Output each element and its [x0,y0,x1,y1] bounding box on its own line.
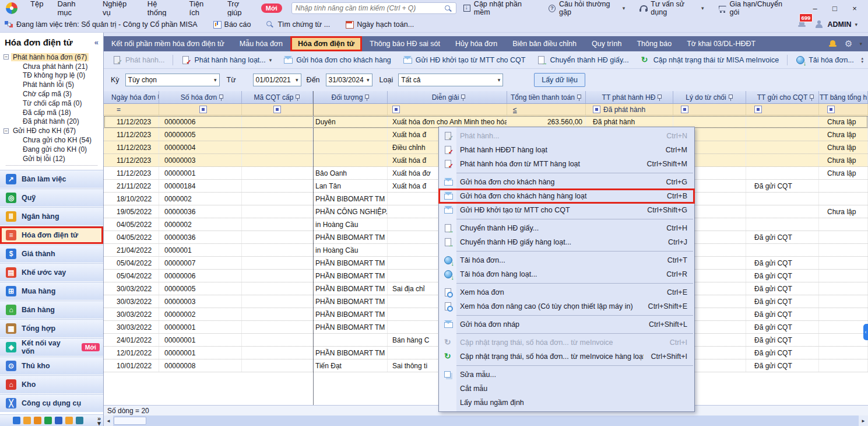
scrollbar-thumb[interactable] [114,417,146,425]
column-header-2[interactable]: Số hóa đơn [159,91,242,103]
topbar-item[interactable]: ?Câu hỏi thường gặp▾ [543,0,631,16]
filter-button-icon[interactable] [681,106,688,113]
scroll-left-icon[interactable]: ◄ [104,415,113,426]
column-header-9[interactable]: TT gửi cho CQT [746,91,819,103]
sidebar-item-chưa-phát-hành--21-[interactable]: Chưa phát hành (21) [3,62,103,71]
context-menu-item-xem-h-a-n[interactable]: Xem hóa đơnCtrl+E [439,285,694,299]
topbar-item[interactable]: Tư vấn sử dụng▾ [633,0,709,16]
to-date-picker[interactable]: 31/03/2024 ▾ [326,74,372,86]
toolbar-button-c-p-nh-t-tr-ng-th-i-t-misa-meinvoice[interactable]: Cập nhật trạng thái từ MISA meInvoice [635,53,784,67]
tab-tờ-khai-03/dl-hđđt[interactable]: Tờ khai 03/DL-HĐĐT [679,36,763,51]
context-menu-item-chuy-n-th-nh-h-gi-y-[interactable]: Chuyển thành HĐ giấy...Ctrl+H [439,221,694,235]
context-menu-item-t-i-h-a-n-h-ng-lo-t-[interactable]: Tải hóa đơn hàng loạt...Ctrl+R [439,267,694,281]
menubar-item-trợ-giúp[interactable]: Trợ giúp [220,0,260,17]
type-select[interactable]: Tất cả ▾ [398,74,503,86]
context-menu-item-t-i-h-a-n-[interactable]: Tải hóa đơn...Ctrl+T [439,253,694,267]
context-menu-item-ph-t-h-nh-h-a-n-t-mtt-h-ng-lo-t[interactable]: Phát hành hóa đơn từ MTT hàng loạtCtrl+S… [439,157,694,171]
toolbar-button-t-i-h-a-n-[interactable]: Tải hóa đơn... [790,53,859,67]
sidebar-item-gửi-bị-lỗi--12-[interactable]: Gửi bị lỗi (12) [3,154,103,163]
filter-partner[interactable] [313,104,388,115]
posting-date-button[interactable]: Ngày hạch toán... [345,20,414,29]
module-item-mua-hàng[interactable]: ⊞Mua hàng [0,282,103,301]
module-item-giá-thành[interactable]: $Giá thành [0,245,103,263]
context-menu-item-g-i-h-a-n-cho-kh-ch-h-ng-h-ng-lo-t[interactable]: Gửi hóa đơn cho khách hàng hàng loạtCtrl… [439,189,694,203]
menubar-item-danh-mục[interactable]: Danh mục [50,0,96,17]
gear-icon[interactable]: ⚙ [845,39,852,49]
menubar-item-tệp[interactable]: Tệp [23,0,50,17]
context-menu-item-c-p-nh-t-tr-ng-th-i-s-h-a-n-t-meinvoice-h-ng-lo-t[interactable]: Cập nhật trạng thái, số hóa đơn... từ me… [439,350,694,364]
sidebar-item-phát-hành-hóa-đơn--67-[interactable]: −Phát hành hóa đơn (67) [3,53,103,62]
search-icon[interactable] [444,5,452,12]
sidebar-splitter[interactable] [6,165,97,170]
module-item-thủ-kho[interactable]: ⊙Thủ kho [0,357,103,375]
toolbar-button-chuy-n-th-nh-h-gi-y-[interactable]: Chuyển thành HĐ giấy... [532,53,634,67]
module-item-khế-ước-vay[interactable]: ▤Khế ước vay [0,263,103,282]
pin-icon[interactable] [461,94,466,101]
filter-sent-cqt[interactable] [746,104,819,115]
filter-reject-reason[interactable] [673,104,746,115]
feature-search[interactable] [291,2,456,14]
report-button[interactable]: Báo cáo [213,20,251,29]
mini-building-icon[interactable] [55,417,62,424]
tree-expander-icon[interactable]: − [3,54,9,60]
sidebar-item-đang-gửi-cho-kh--0-[interactable]: Đang gửi cho KH (0) [3,145,103,154]
find-voucher-button[interactable]: Tìm chứng từ ... [266,20,330,29]
filter-button-icon[interactable] [199,106,207,113]
context-menu-item-g-i-h-kh-i-t-o-t-mtt-cho-cqt[interactable]: Gửi HĐ khởi tạo từ MTT cho CQTCtrl+Shift… [439,203,694,217]
tree-expander-icon[interactable]: − [3,128,9,134]
bell-icon[interactable] [828,40,838,48]
column-header-8[interactable]: Lý do từ chối [673,91,746,103]
panel-collapse-handle[interactable]: ‹ [863,324,868,340]
menubar-item-hệ-thống[interactable]: Hệ thống [140,0,182,17]
chevron-down-icon[interactable]: ▾ [269,57,272,63]
column-header-3[interactable]: Mã CQT cấp [242,91,313,103]
toolbar-button-ph-t-h-nh-h-ng-lo-t-[interactable]: Phát hành hàng loạt...▾ [176,53,277,67]
filter-date-op[interactable]: = [104,104,159,115]
tab-thông-báo-hđ-sai-sót[interactable]: Thông báo HĐ sai sót [362,36,448,51]
chevron-down-icon[interactable]: ▾ [859,41,862,47]
mini-mail-icon[interactable] [23,417,31,424]
module-item-kho[interactable]: ⌂Kho [0,375,103,394]
sidebar-item-phát-hành-lỗi--5-[interactable]: Phát hành lỗi (5) [3,80,103,89]
pin-icon[interactable] [219,94,224,101]
pin-icon[interactable] [295,94,300,101]
module-item-tổng-hợp[interactable]: ▦Tổng hợp [0,319,103,338]
menubar-item-nghiệp-vụ[interactable]: Nghiệp vụ [96,0,140,17]
filter-cqt-code[interactable] [242,104,313,115]
context-menu-item-xem-h-a-n-n-ng-cao-c-t-y-ch-n-thi-t-l-p-m-y-in-[interactable]: Xem hóa đơn nâng cao (Có tùy chọn thiết … [439,299,694,313]
horizontal-scrollbar[interactable]: ◄ ► [104,415,868,426]
pin-icon[interactable] [728,94,733,101]
tab-thông-báo[interactable]: Thông báo [629,36,679,51]
sidebar-item-chờ-cấp-mã--3-[interactable]: Chờ cấp mã (3) [3,89,103,99]
tab-hủy-hóa-đơn[interactable]: Hủy hóa đơn [448,36,505,51]
filter-button-icon[interactable] [754,106,762,113]
sidebar-item-đã-phát-hành--20-[interactable]: Đã phát hành (20) [3,117,103,127]
tab-hóa-đơn-điện-tử[interactable]: Hóa đơn điện tử [290,36,362,51]
filter-button-icon[interactable] [593,106,600,113]
toolbar-overflow-icon[interactable]: ▴▾ [861,57,865,64]
tab-biên-bản-điều-chỉnh[interactable]: Biên bản điều chỉnh [505,36,584,51]
filter-invoice-no[interactable] [159,104,242,115]
close-button[interactable]: × [845,1,865,15]
period-select[interactable]: Tùy chọn ▾ [125,74,220,86]
working-on[interactable]: Đang làm việc trên: Sổ quản trị - Công t… [5,20,198,29]
mini-money-icon[interactable] [34,417,41,424]
menubar-item-tiện-ích[interactable]: Tiện ích [182,0,220,17]
pin-icon[interactable] [364,94,370,101]
column-header-5[interactable]: Diễn giải [388,91,507,103]
filter-button-icon[interactable] [273,106,281,113]
context-menu-item-ph-t-h-nh-h-t-h-ng-lo-t[interactable]: Phát hành HĐĐT hàng loạtCtrl+M [439,143,694,157]
context-menu-item-chuy-n-th-nh-h-gi-y-h-ng-lo-t-[interactable]: Chuyển thành HĐ giấy hàng loạt...Ctrl+J [439,235,694,249]
context-menu-item-l-y-m-u-ng-m-nh[interactable]: Lấy mẫu ngầm định [439,396,694,410]
notifications-button[interactable]: 699 [797,19,807,29]
filter-button-icon[interactable] [827,106,835,113]
tab-kết-nối-phần-mềm-hóa-đơn-điện-tử[interactable]: Kết nối phần mềm hóa đơn điện tử [104,36,232,51]
pin-icon[interactable] [809,94,814,101]
tab-quy-trình[interactable]: Quy trình [584,36,629,51]
sidebar-item-đã-cấp-mã--18-[interactable]: Đã cấp mã (18) [3,108,103,117]
module-item-công-cụ-dụng-cụ[interactable]: ╳Công cụ dụng cụ [0,394,103,413]
pin-icon[interactable] [657,94,662,101]
toolbar-button-g-i-h-a-n-cho-kh-ch-h-ng[interactable]: Gửi hóa đơn cho khách hàng [278,53,396,67]
context-menu-item-g-i-h-a-n-nh-p[interactable]: Gửi hóa đơn nhápCtrl+Shift+L [439,317,694,331]
topbar-item[interactable]: Gia hạn/Chuyển gói [712,0,795,16]
